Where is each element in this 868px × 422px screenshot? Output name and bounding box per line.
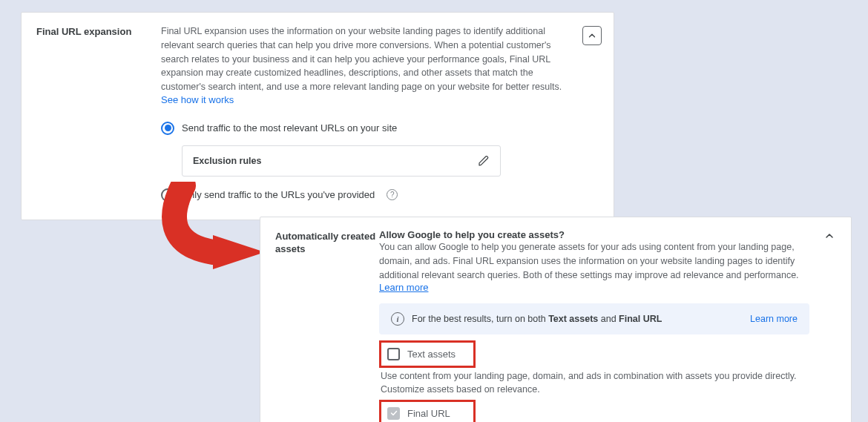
checkbox-label: Text assets [407, 349, 456, 360]
exclusion-rules-box[interactable]: Exclusion rules [182, 145, 501, 177]
panel-subtitle: Allow Google to help you create assets? [379, 229, 809, 240]
text-assets-description: Use content from your landing page, doma… [381, 369, 809, 396]
chevron-up-icon [587, 30, 597, 41]
info-banner-bold: Final URL [619, 314, 662, 324]
automatically-created-assets-panel: Automatically created assets Allow Googl… [260, 217, 852, 422]
see-how-it-works-link[interactable]: See how it works [161, 94, 234, 105]
chevron-up-icon [823, 230, 835, 242]
banner-learn-more-link[interactable]: Learn more [750, 314, 798, 324]
checkbox-icon [387, 407, 400, 420]
radio-option-only-provided-urls[interactable]: Only send traffic to the URLs you've pro… [161, 184, 569, 206]
final-url-expansion-panel: Final URL expansion Final URL expansion … [21, 12, 614, 220]
info-banner-bold: Text assets [548, 314, 598, 324]
radio-icon [161, 188, 174, 202]
panel-description: You can allow Google to help you generat… [379, 242, 799, 280]
help-icon[interactable]: ? [387, 189, 398, 200]
panel-title: Automatically created assets [275, 229, 379, 422]
info-banner-text: and [598, 314, 619, 324]
radio-label: Only send traffic to the URLs you've pro… [182, 189, 375, 200]
exclusion-rules-label: Exclusion rules [193, 156, 261, 166]
learn-more-link[interactable]: Learn more [379, 282, 428, 293]
collapse-panel-button[interactable] [582, 26, 602, 45]
checkbox-label: Final URL [407, 408, 450, 419]
svg-marker-0 [213, 235, 265, 269]
radio-label: Send traffic to the most relevant URLs o… [182, 122, 397, 133]
collapse-panel-button[interactable] [821, 228, 838, 244]
radio-icon [161, 122, 174, 135]
info-banner-text: For the best results, turn on both [412, 314, 548, 324]
info-banner-message: For the best results, turn on both Text … [404, 314, 735, 324]
info-icon: i [391, 312, 404, 326]
panel-description: Final URL expansion uses the information… [161, 26, 562, 92]
edit-icon [478, 155, 490, 167]
text-assets-checkbox-row[interactable]: Text assets [379, 340, 476, 368]
info-banner: i For the best results, turn on both Tex… [379, 303, 809, 334]
radio-option-relevant-urls[interactable]: Send traffic to the most relevant URLs o… [161, 117, 569, 139]
final-url-checkbox-row[interactable]: Final URL [379, 400, 476, 423]
checkbox-icon [387, 348, 400, 360]
panel-title: Final URL expansion [36, 24, 161, 206]
